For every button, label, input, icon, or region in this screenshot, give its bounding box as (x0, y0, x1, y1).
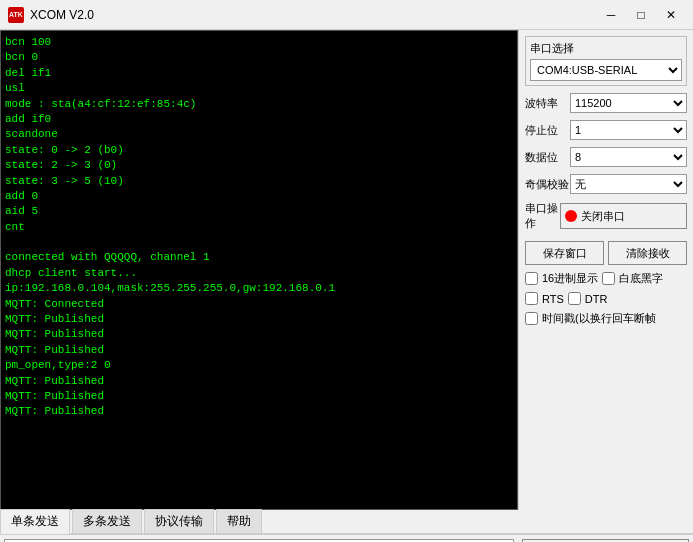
hex-display-row: 16进制显示 白底黑字 (525, 271, 687, 286)
save-window-button[interactable]: 保存窗口 (525, 241, 604, 265)
red-dot-icon (565, 210, 577, 222)
timestamp-label: 时间戳(以换行回车断帧 (542, 311, 656, 326)
input-right: 发送 清除发送 (518, 535, 693, 542)
stop-bits-label: 停止位 (525, 123, 570, 138)
white-bg-checkbox[interactable] (602, 272, 615, 285)
serial-port-group: 串口选择 COM4:USB-SERIAL (525, 36, 687, 86)
title-text: XCOM V2.0 (30, 8, 597, 22)
baud-rate-label: 波特率 (525, 96, 570, 111)
save-clear-row: 保存窗口 清除接收 (525, 241, 687, 265)
close-button[interactable]: ✕ (657, 5, 685, 25)
minimize-button[interactable]: ─ (597, 5, 625, 25)
main-area: bcn 100 bcn 0 del if1 usl mode : sta(a4:… (0, 30, 693, 510)
tab-protocol[interactable]: 协议传输 (144, 509, 214, 533)
tab-bar: 单条发送 多条发送 协议传输 帮助 (0, 510, 693, 534)
right-panel: 串口选择 COM4:USB-SERIAL 波特率 115200 9600 192… (518, 30, 693, 510)
rts-dtr-row: RTS DTR (525, 292, 687, 305)
hex16-display-label: 16进制显示 (542, 271, 598, 286)
baud-rate-select[interactable]: 115200 9600 19200 38400 57600 (570, 93, 687, 113)
timestamp-checkbox[interactable] (525, 312, 538, 325)
dtr-checkbox[interactable] (568, 292, 581, 305)
clear-receive-button[interactable]: 清除接收 (608, 241, 687, 265)
stop-bits-select[interactable]: 1 1.5 2 (570, 120, 687, 140)
maximize-button[interactable]: □ (627, 5, 655, 25)
window-controls: ─ □ ✕ (597, 5, 685, 25)
serial-op-label: 串口操作 (525, 201, 560, 231)
data-bits-row: 数据位 8 7 6 5 (525, 147, 687, 167)
data-bits-label: 数据位 (525, 150, 570, 165)
app-icon: ATK (8, 7, 24, 23)
rts-label: RTS (542, 293, 564, 305)
input-area: 发送 清除发送 (0, 534, 693, 542)
rts-checkbox[interactable] (525, 292, 538, 305)
hex16-display-checkbox[interactable] (525, 272, 538, 285)
stop-bits-row: 停止位 1 1.5 2 (525, 120, 687, 140)
parity-row: 奇偶校验 无 奇校验 偶校验 (525, 174, 687, 194)
serial-port-select[interactable]: COM4:USB-SERIAL (530, 59, 682, 81)
terminal-wrapper: bcn 100 bcn 0 del if1 usl mode : sta(a4:… (1, 31, 517, 509)
close-port-label: 关闭串口 (581, 209, 625, 224)
parity-select[interactable]: 无 奇校验 偶校验 (570, 174, 687, 194)
parity-label: 奇偶校验 (525, 177, 570, 192)
serial-op-row: 串口操作 关闭串口 (525, 201, 687, 231)
data-bits-select[interactable]: 8 7 6 5 (570, 147, 687, 167)
white-bg-label: 白底黑字 (619, 271, 663, 286)
dtr-label: DTR (585, 293, 608, 305)
terminal-area: bcn 100 bcn 0 del if1 usl mode : sta(a4:… (0, 30, 518, 510)
tab-help[interactable]: 帮助 (216, 509, 262, 533)
close-port-button[interactable]: 关闭串口 (560, 203, 687, 229)
tab-single-send[interactable]: 单条发送 (0, 509, 70, 534)
baud-rate-row: 波特率 115200 9600 19200 38400 57600 (525, 93, 687, 113)
terminal-output[interactable]: bcn 100 bcn 0 del if1 usl mode : sta(a4:… (1, 31, 517, 509)
input-left (0, 535, 518, 542)
timestamp-row: 时间戳(以换行回车断帧 (525, 311, 687, 326)
serial-port-title: 串口选择 (530, 41, 682, 56)
tab-multi-send[interactable]: 多条发送 (72, 509, 142, 533)
title-bar: ATK XCOM V2.0 ─ □ ✕ (0, 0, 693, 30)
